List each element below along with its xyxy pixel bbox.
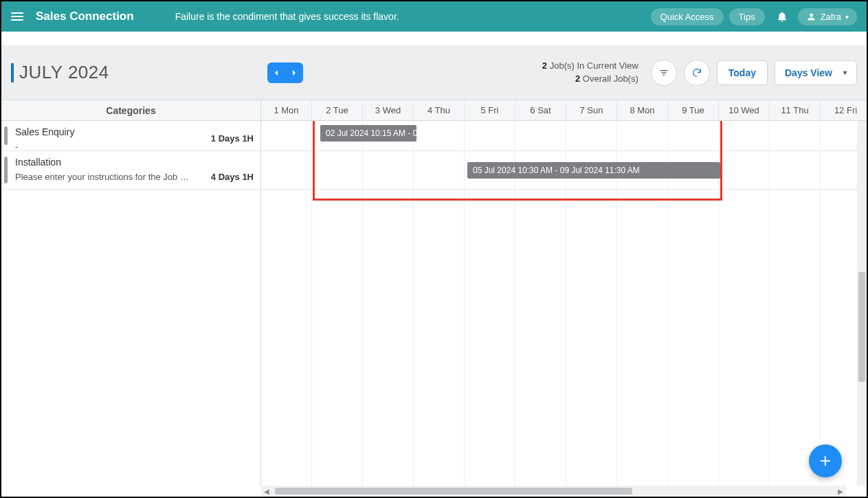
quick-access-button[interactable]: Quick Access <box>651 8 724 25</box>
category-accent <box>4 126 8 145</box>
day-header[interactable]: 7 Sun <box>566 100 617 120</box>
day-header[interactable]: 2 Tue <box>312 100 363 120</box>
day-col <box>261 121 312 486</box>
tips-button[interactable]: Tips <box>729 8 765 25</box>
user-icon <box>806 12 816 22</box>
job-bar[interactable]: 02 Jul 2024 10:15 AM - 03 J <box>320 125 416 142</box>
topbar: Sales Connection Failure is the condimen… <box>1 1 867 32</box>
row-divider <box>261 189 857 190</box>
jobs-overall-label: Overall Job(s) <box>583 73 638 84</box>
category-duration: 1 Days 1H <box>211 133 254 144</box>
chevron-down-icon: ▾ <box>843 69 847 76</box>
day-col <box>719 121 770 486</box>
add-button[interactable]: + <box>809 444 842 477</box>
refresh-button[interactable] <box>684 60 710 86</box>
view-label: Days View <box>785 67 832 78</box>
next-button[interactable] <box>285 63 303 83</box>
month-title: JULY 2024 <box>19 62 109 83</box>
category-duration: 4 Days 1H <box>211 172 254 182</box>
day-header-row: 1 Mon 2 Tue 3 Wed 4 Thu 5 Fri 6 Sat 7 Su… <box>261 100 867 121</box>
day-header[interactable]: 9 Tue <box>668 100 719 120</box>
day-header[interactable]: 11 Thu <box>770 100 821 120</box>
category-accent <box>4 157 8 183</box>
day-col <box>312 121 363 486</box>
day-header[interactable]: 4 Thu <box>414 100 465 120</box>
day-col <box>770 121 821 486</box>
category-row[interactable]: Sales Enquiry - 1 Days 1H <box>1 121 260 151</box>
day-col <box>821 121 857 486</box>
scroll-thumb[interactable] <box>275 488 632 495</box>
category-title: Installation <box>15 157 252 168</box>
prev-button[interactable] <box>267 63 285 83</box>
schedule-grid: Categories 1 Mon 2 Tue 3 Wed 4 Thu 5 Fri… <box>1 100 867 497</box>
day-header[interactable]: 5 Fri <box>465 100 515 120</box>
day-header[interactable]: 8 Mon <box>617 100 668 120</box>
scroll-track[interactable] <box>272 487 835 495</box>
categories-column: Sales Enquiry - 1 Days 1H Installation P… <box>1 121 261 486</box>
scroll-thumb[interactable] <box>858 272 865 382</box>
categories-header: Categories <box>1 100 261 121</box>
scroll-left-icon[interactable]: ◀ <box>261 488 272 495</box>
user-menu[interactable]: Zafra ▾ <box>798 8 857 25</box>
chevron-down-icon: ▾ <box>845 13 849 21</box>
jobs-overall-count: 2 <box>575 73 580 84</box>
menu-icon[interactable] <box>11 12 23 21</box>
scroll-right-icon[interactable]: ▶ <box>835 488 846 495</box>
job-bar[interactable]: 05 Jul 2024 10:30 AM - 09 Jul 2024 11:30… <box>467 162 720 179</box>
category-row[interactable]: Installation Please enter your instructi… <box>1 151 260 190</box>
brand-title: Sales Connection <box>36 10 134 23</box>
jobs-info: 2 Job(s) In Current View 2 Overall Job(s… <box>542 60 638 84</box>
day-col <box>363 121 414 486</box>
grid-body: 02 Jul 2024 10:15 AM - 03 J 05 Jul 2024 … <box>261 121 857 486</box>
jobs-current-count: 2 <box>542 60 547 71</box>
day-header[interactable]: 10 Wed <box>719 100 770 120</box>
month-accent <box>11 63 14 82</box>
day-header[interactable]: 1 Mon <box>261 100 312 120</box>
view-dropdown[interactable]: Days View ▾ <box>775 60 857 85</box>
plus-icon: + <box>820 450 831 472</box>
month-nav <box>267 63 303 83</box>
bell-icon[interactable] <box>776 10 788 23</box>
jobs-current-label: Job(s) In Current View <box>550 60 638 71</box>
header-quote: Failure is the condiment that gives succ… <box>175 11 399 22</box>
filter-button[interactable] <box>651 60 677 86</box>
day-header[interactable]: 6 Sat <box>515 100 566 120</box>
subheader: JULY 2024 2 Job(s) In Current View 2 Ove… <box>1 45 867 100</box>
day-header[interactable]: 12 Fri <box>821 100 867 120</box>
day-header[interactable]: 3 Wed <box>363 100 414 120</box>
category-desc: - <box>15 142 194 152</box>
category-desc: Please enter your instructions for the J… <box>15 172 194 182</box>
user-name: Zafra <box>821 12 841 22</box>
day-col <box>414 121 465 486</box>
row-divider <box>261 150 857 151</box>
white-strip <box>1 32 867 45</box>
horizontal-scrollbar[interactable]: ◀ ▶ <box>261 486 846 497</box>
vertical-scrollbar[interactable] <box>857 121 867 486</box>
today-button[interactable]: Today <box>717 60 768 85</box>
